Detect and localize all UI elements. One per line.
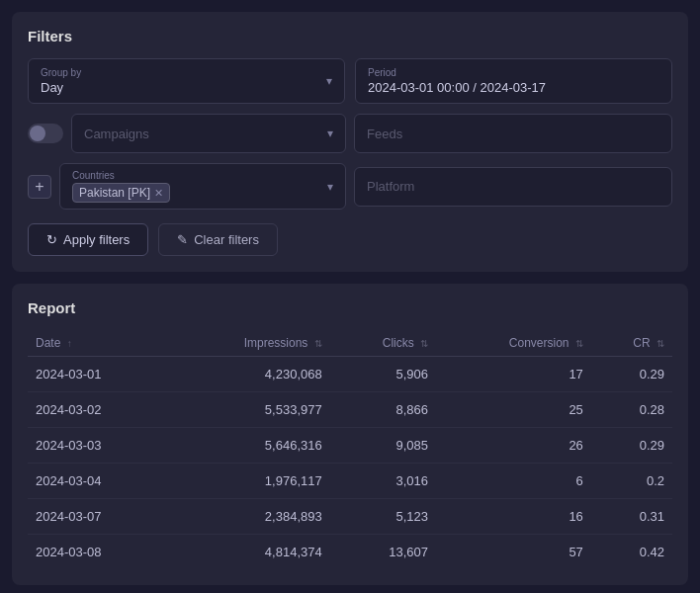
countries-arrow-icon: ▾ bbox=[327, 180, 333, 194]
cell-cr: 0.29 bbox=[591, 428, 672, 464]
cell-impressions: 5,646,316 bbox=[168, 428, 330, 464]
col-impressions[interactable]: Impressions ⇅ bbox=[168, 330, 330, 357]
clear-label: Clear filters bbox=[194, 232, 259, 247]
report-title: Report bbox=[28, 299, 672, 316]
table-body: 2024-03-01 4,230,068 5,906 17 0.29 2024-… bbox=[28, 357, 672, 570]
cell-conversion: 57 bbox=[436, 535, 591, 570]
conversion-sort-icon: ⇅ bbox=[575, 338, 583, 349]
table-row: 2024-03-03 5,646,316 9,085 26 0.29 bbox=[28, 428, 672, 464]
feeds-select[interactable]: Feeds bbox=[354, 114, 672, 153]
clicks-sort-icon: ⇅ bbox=[420, 338, 428, 349]
cell-impressions: 1,976,117 bbox=[168, 464, 330, 499]
cell-date: 2024-03-04 bbox=[28, 464, 168, 499]
cell-impressions: 2,384,893 bbox=[168, 499, 330, 535]
cell-conversion: 16 bbox=[436, 499, 591, 535]
cell-cr: 0.42 bbox=[591, 535, 672, 570]
group-by-arrow-icon: ▾ bbox=[326, 74, 332, 88]
feeds-placeholder: Feeds bbox=[367, 127, 402, 141]
table-wrapper: Date ↑ Impressions ⇅ Clicks ⇅ Conversi bbox=[28, 330, 672, 569]
campaigns-toggle[interactable] bbox=[28, 124, 63, 143]
table-header: Date ↑ Impressions ⇅ Clicks ⇅ Conversi bbox=[28, 330, 672, 357]
filter-rows: Group by Day ▾ Period 2024-03-01 00:00 /… bbox=[28, 58, 672, 210]
cell-cr: 0.2 bbox=[591, 464, 672, 499]
countries-select[interactable]: Countries Pakistan [PK] ✕ ▾ bbox=[59, 163, 346, 210]
action-buttons: ↻ Apply filters ✎ Clear filters bbox=[28, 223, 672, 256]
report-table: Date ↑ Impressions ⇅ Clicks ⇅ Conversi bbox=[28, 330, 672, 569]
campaigns-placeholder: Campaigns bbox=[84, 127, 149, 141]
cell-impressions: 5,533,977 bbox=[168, 392, 330, 428]
table-row: 2024-03-04 1,976,117 3,016 6 0.2 bbox=[28, 464, 672, 499]
clear-icon: ✎ bbox=[177, 232, 188, 247]
col-conversion[interactable]: Conversion ⇅ bbox=[436, 330, 591, 357]
filters-title: Filters bbox=[28, 28, 672, 44]
cell-clicks: 3,016 bbox=[330, 464, 436, 499]
tag-close-icon[interactable]: ✕ bbox=[154, 187, 163, 200]
cell-clicks: 5,906 bbox=[330, 357, 436, 392]
toggle-knob bbox=[30, 126, 45, 141]
group-by-value: Day bbox=[41, 80, 63, 95]
cell-conversion: 17 bbox=[436, 357, 591, 392]
add-filter-button[interactable]: + bbox=[28, 175, 51, 199]
tag-text: Pakistan [PK] bbox=[79, 186, 150, 200]
countries-label: Countries bbox=[72, 170, 327, 181]
apply-filters-button[interactable]: ↻ Apply filters bbox=[28, 223, 148, 256]
cell-clicks: 8,866 bbox=[330, 392, 436, 428]
cell-conversion: 6 bbox=[436, 464, 591, 499]
platform-select[interactable]: Platform bbox=[354, 167, 672, 207]
pakistan-tag[interactable]: Pakistan [PK] ✕ bbox=[72, 183, 170, 203]
period-field[interactable]: Period 2024-03-01 00:00 / 2024-03-17 bbox=[355, 58, 672, 104]
col-clicks[interactable]: Clicks ⇅ bbox=[330, 330, 436, 357]
apply-icon: ↻ bbox=[46, 232, 57, 247]
table-row: 2024-03-08 4,814,374 13,607 57 0.42 bbox=[28, 535, 672, 570]
table-row: 2024-03-01 4,230,068 5,906 17 0.29 bbox=[28, 357, 672, 392]
cell-date: 2024-03-01 bbox=[28, 357, 168, 392]
cr-sort-icon: ⇅ bbox=[656, 338, 664, 349]
filters-panel: Filters Group by Day ▾ Period bbox=[12, 12, 688, 272]
period-value: 2024-03-01 00:00 / 2024-03-17 bbox=[368, 80, 659, 95]
cell-cr: 0.31 bbox=[591, 499, 672, 535]
cell-conversion: 26 bbox=[436, 428, 591, 464]
table-row: 2024-03-07 2,384,893 5,123 16 0.31 bbox=[28, 499, 672, 535]
cell-cr: 0.29 bbox=[591, 357, 672, 392]
campaigns-select[interactable]: Campaigns ▾ bbox=[71, 114, 346, 153]
apply-label: Apply filters bbox=[63, 232, 130, 247]
cell-clicks: 5,123 bbox=[330, 499, 436, 535]
date-sort-icon: ↑ bbox=[67, 338, 72, 349]
group-by-select[interactable]: Group by Day ▾ bbox=[28, 58, 345, 104]
cell-impressions: 4,230,068 bbox=[168, 357, 330, 392]
cell-clicks: 9,085 bbox=[330, 428, 436, 464]
period-label: Period bbox=[368, 67, 659, 78]
cell-date: 2024-03-07 bbox=[28, 499, 168, 535]
group-by-label: Group by bbox=[41, 67, 81, 78]
cell-date: 2024-03-08 bbox=[28, 535, 168, 570]
impressions-sort-icon: ⇅ bbox=[314, 338, 322, 349]
filter-row-2: Campaigns ▾ Feeds bbox=[28, 114, 672, 153]
cell-impressions: 4,814,374 bbox=[168, 535, 330, 570]
platform-placeholder: Platform bbox=[367, 179, 414, 194]
countries-tags: Pakistan [PK] ✕ bbox=[72, 183, 327, 203]
report-panel: Report Date ↑ Impressions ⇅ Click bbox=[12, 284, 688, 585]
group-by-container: Group by Day ▾ bbox=[28, 58, 345, 104]
cell-clicks: 13,607 bbox=[330, 535, 436, 570]
cell-conversion: 25 bbox=[436, 392, 591, 428]
cell-date: 2024-03-03 bbox=[28, 428, 168, 464]
campaigns-arrow-icon: ▾ bbox=[327, 127, 333, 140]
col-cr[interactable]: CR ⇅ bbox=[591, 330, 672, 357]
cell-cr: 0.28 bbox=[591, 392, 672, 428]
platform-container: Platform bbox=[354, 167, 672, 207]
filter-row-3: + Countries Pakistan [PK] ✕ ▾ bbox=[28, 163, 672, 210]
table-row: 2024-03-02 5,533,977 8,866 25 0.28 bbox=[28, 392, 672, 428]
clear-filters-button[interactable]: ✎ Clear filters bbox=[158, 223, 278, 256]
filter-row-1: Group by Day ▾ Period 2024-03-01 00:00 /… bbox=[28, 58, 672, 104]
period-container: Period 2024-03-01 00:00 / 2024-03-17 bbox=[355, 58, 672, 104]
col-date[interactable]: Date ↑ bbox=[28, 330, 168, 357]
feeds-container: Feeds bbox=[354, 114, 672, 153]
cell-date: 2024-03-02 bbox=[28, 392, 168, 428]
